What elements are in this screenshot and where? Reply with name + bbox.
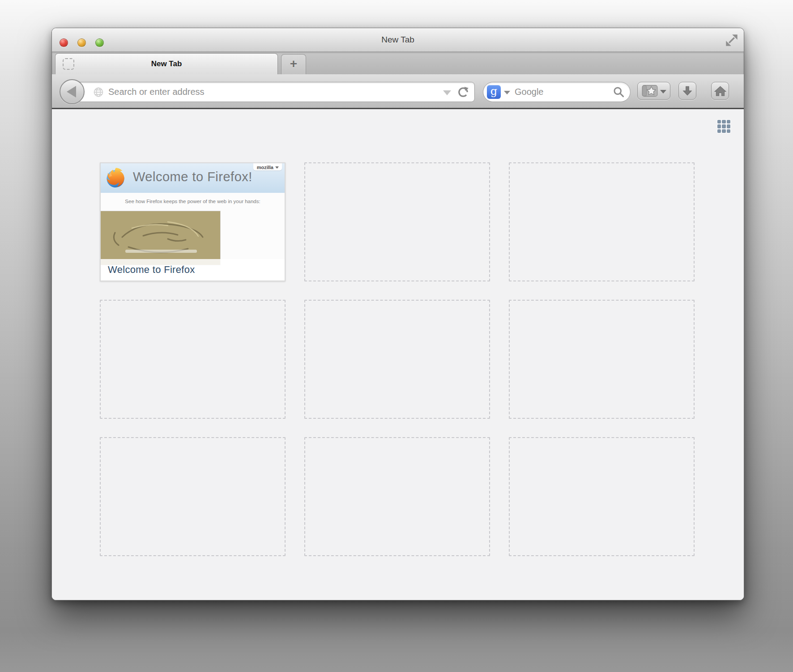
video-caption-smudge xyxy=(125,250,197,253)
search-icon[interactable] xyxy=(613,86,625,98)
empty-tile-slot xyxy=(304,300,490,419)
window-titlebar[interactable]: New Tab xyxy=(52,28,744,52)
downloads-button[interactable] xyxy=(678,82,696,100)
google-engine-icon[interactable]: g xyxy=(487,85,501,99)
browser-window: New Tab New Tab + xyxy=(51,28,744,600)
mozilla-badge: mozilla xyxy=(253,163,282,170)
back-button[interactable] xyxy=(60,79,85,104)
video-thumbnail xyxy=(101,211,220,265)
tab-strip: New Tab + xyxy=(52,52,744,74)
bookmark-star-icon xyxy=(642,85,658,97)
mozilla-badge-caret-icon xyxy=(275,166,279,169)
search-input[interactable] xyxy=(515,87,613,97)
globe-icon xyxy=(93,87,104,98)
new-tab-page: Welcome to Firefox! mozilla See how Fire… xyxy=(52,109,744,600)
search-bar[interactable]: g xyxy=(483,82,631,102)
url-bar[interactable] xyxy=(77,82,475,102)
bookmarks-dropdown-icon xyxy=(660,90,666,94)
firefox-logo-icon xyxy=(104,167,127,189)
home-button[interactable] xyxy=(711,82,729,100)
back-arrow-icon xyxy=(67,86,76,98)
home-icon xyxy=(714,85,726,97)
empty-tile-slot xyxy=(304,437,490,556)
tab-label: New Tab xyxy=(55,54,277,74)
fullscreen-expand-icon[interactable] xyxy=(725,34,738,47)
new-tab-button[interactable]: + xyxy=(281,54,306,74)
bookmarks-button[interactable] xyxy=(637,82,670,100)
empty-tile-slot xyxy=(100,300,286,419)
url-input[interactable] xyxy=(108,87,439,97)
empty-tile-slot xyxy=(100,437,286,556)
tab-new-tab[interactable]: New Tab xyxy=(55,53,278,74)
welcome-tile[interactable]: Welcome to Firefox! mozilla See how Fire… xyxy=(100,162,286,281)
tile-title: Welcome to Firefox xyxy=(101,259,285,281)
empty-tile-slot xyxy=(304,162,490,281)
tile-grid: Welcome to Firefox! mozilla See how Fire… xyxy=(100,162,695,556)
thumbnail-subtext: See how Firefox keeps the power of the w… xyxy=(101,193,285,204)
tab-favicon-placeholder-icon xyxy=(63,58,74,70)
empty-tile-slot xyxy=(509,300,695,419)
search-engine-dropdown-icon[interactable] xyxy=(504,91,510,94)
url-dropdown-icon[interactable] xyxy=(443,90,451,95)
navigation-toolbar: g xyxy=(52,74,744,109)
empty-tile-slot xyxy=(509,437,695,556)
download-arrow-icon xyxy=(682,85,693,97)
mozilla-badge-label: mozilla xyxy=(257,165,273,170)
grid-toggle-icon[interactable] xyxy=(717,120,730,133)
reload-icon[interactable] xyxy=(457,86,469,98)
tile-title-text: Welcome to Firefox xyxy=(108,264,195,275)
empty-tile-slot xyxy=(509,162,695,281)
window-title: New Tab xyxy=(52,28,744,52)
thumbnail-heading: Welcome to Firefox! xyxy=(133,170,252,184)
thumbnail-header: Welcome to Firefox! mozilla xyxy=(101,163,285,193)
